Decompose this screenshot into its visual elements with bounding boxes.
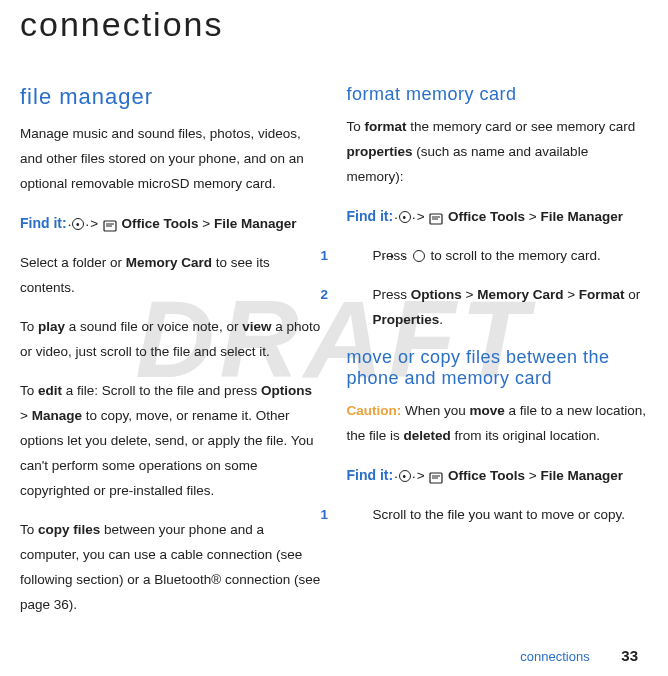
- text-fragment: to scroll to the memory card.: [427, 248, 601, 263]
- step-2: 2Press Options > Memory Card > Format or…: [347, 283, 649, 333]
- edit-label: edit: [38, 383, 62, 398]
- format-intro: To format the memory card or see memory …: [347, 115, 649, 190]
- find-it-line-2: Find it: •• > Office Tools > File Manage…: [347, 204, 649, 230]
- text-fragment: >: [20, 408, 32, 423]
- file-manager-intro: Manage music and sound files, photos, vi…: [20, 122, 322, 197]
- copy-files-label: copy files: [38, 522, 100, 537]
- edit-file-text: To edit a file: Scroll to the file and p…: [20, 379, 322, 504]
- text-fragment: Press: [373, 287, 411, 302]
- text-fragment: To: [347, 119, 365, 134]
- play-label: play: [38, 319, 65, 334]
- manage-label: Manage: [32, 408, 82, 423]
- file-manager-heading: file manager: [20, 84, 322, 110]
- play-view-text: To play a sound file or voice note, or v…: [20, 315, 322, 365]
- menu-file-manager: File Manager: [214, 216, 297, 231]
- properties-menu-label: Properties: [373, 312, 440, 327]
- find-it-label: Find it:: [20, 215, 67, 231]
- step-number: 1: [347, 244, 373, 269]
- nav-key-icon: ••: [397, 469, 413, 483]
- select-folder-text: Select a folder or Memory Card to see it…: [20, 251, 322, 301]
- tools-icon: [102, 217, 118, 231]
- text-fragment: a file: Scroll to the file and press: [62, 383, 261, 398]
- menu-office-tools: Office Tools: [448, 468, 525, 483]
- copy-files-text: To copy files between your phone and a c…: [20, 518, 322, 618]
- tools-icon: [428, 469, 444, 483]
- text-fragment: or: [625, 287, 641, 302]
- options-label: Options: [261, 383, 312, 398]
- menu-file-manager: File Manager: [540, 209, 623, 224]
- page-title: connections: [20, 0, 648, 44]
- text-fragment: To: [20, 319, 38, 334]
- step-number: 2: [347, 283, 373, 308]
- caution-text: Caution: When you move a file to a new l…: [347, 399, 649, 449]
- menu-office-tools: Office Tools: [448, 209, 525, 224]
- move-copy-heading: move or copy files between the phone and…: [347, 347, 649, 389]
- tools-icon: [428, 210, 444, 224]
- properties-label: properties: [347, 144, 413, 159]
- two-column-layout: file manager Manage music and sound file…: [20, 84, 648, 631]
- move-label: move: [470, 403, 505, 418]
- deleted-label: deleted: [404, 428, 451, 443]
- format-label: format: [365, 119, 407, 134]
- left-column: file manager Manage music and sound file…: [20, 84, 322, 631]
- menu-file-manager: File Manager: [540, 468, 623, 483]
- page-footer: connections 33: [520, 647, 638, 664]
- right-column: format memory card To format the memory …: [347, 84, 649, 631]
- text-fragment: To: [20, 383, 38, 398]
- text-fragment: a sound file or voice note, or: [65, 319, 242, 334]
- page-content: connections file manager Manage music an…: [20, 0, 648, 631]
- step-number: 1: [347, 503, 373, 528]
- format-memory-heading: format memory card: [347, 84, 649, 105]
- footer-section-name: connections: [520, 649, 589, 664]
- text-fragment: Scroll to the file you want to move or c…: [373, 507, 626, 522]
- nav-key-icon: ••: [397, 210, 413, 224]
- page-number: 33: [621, 647, 638, 664]
- find-it-line-3: Find it: •• > Office Tools > File Manage…: [347, 463, 649, 489]
- text-fragment: When you: [401, 403, 469, 418]
- find-it-label: Find it:: [347, 467, 394, 483]
- menu-office-tools: Office Tools: [122, 216, 199, 231]
- text-fragment: Select a folder or: [20, 255, 126, 270]
- memory-card-label: Memory Card: [126, 255, 212, 270]
- view-label: view: [242, 319, 271, 334]
- text-fragment: To: [20, 522, 38, 537]
- step-1b: 1Scroll to the file you want to move or …: [347, 503, 649, 528]
- find-it-line-1: Find it: •• > Office Tools > File Manage…: [20, 211, 322, 237]
- step-1: 1Press •• to scroll to the memory card.: [347, 244, 649, 269]
- caution-label: Caution:: [347, 403, 402, 418]
- text-fragment: from its original location.: [451, 428, 600, 443]
- text-fragment: the memory card or see memory card: [407, 119, 636, 134]
- format-menu-label: Format: [579, 287, 625, 302]
- nav-key-icon: ••: [411, 249, 427, 263]
- options-label: Options: [411, 287, 462, 302]
- memory-card-label: Memory Card: [477, 287, 563, 302]
- find-it-label: Find it:: [347, 208, 394, 224]
- nav-key-icon: ••: [70, 217, 86, 231]
